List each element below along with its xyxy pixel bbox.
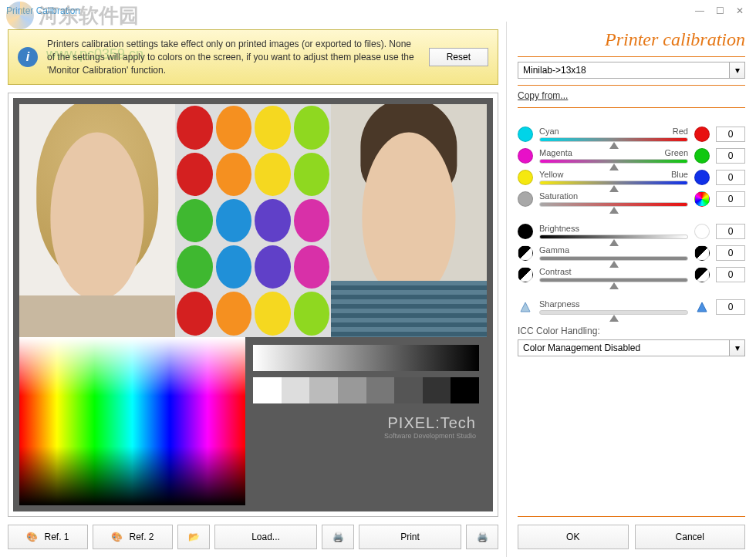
slider-left-icon [518,127,533,142]
slider-track[interactable] [539,256,688,261]
grayscale-gradient [253,345,479,371]
preview-area: PIXEL:Tech Software Development Studio [8,93,498,517]
slider-cyan: CyanRed0 [518,127,745,142]
slider-label-right: Red [673,127,688,136]
chevron-down-icon: ▾ [735,65,740,76]
printer-icon-button[interactable]: 🖨️ [322,525,354,549]
svg-marker-0 [521,302,530,312]
slider-left-icon [518,267,533,282]
slider-label-left: Cyan [539,127,559,136]
slider-track[interactable] [539,235,688,239]
slider-right-icon [694,224,710,239]
slider-value[interactable]: 0 [716,148,745,164]
slider-value[interactable]: 0 [716,299,745,315]
slider-track[interactable] [539,310,688,315]
slider-left-icon [518,191,533,207]
icc-select[interactable]: Color Management Disabled [518,339,730,356]
close-button[interactable]: ✕ [730,3,750,19]
window-title: Printer Calibration [6,5,80,16]
slider-label-left: Contrast [539,267,572,276]
slider-right-icon [694,170,710,185]
svg-marker-1 [697,302,707,312]
slider-sharpness: Sharpness0 [518,299,745,315]
slider-label-left: Brightness [539,224,579,233]
slider-value[interactable]: 0 [716,224,745,239]
info-icon: i [18,47,38,67]
slider-contrast: Contrast0 [518,267,745,282]
copy-from-link[interactable]: Copy from... [518,90,745,101]
sample-photo-man [331,104,487,336]
ok-button[interactable]: OK [518,525,629,549]
slider-saturation: Saturation0 [518,191,745,207]
slider-value[interactable]: 0 [716,170,745,185]
slider-label-right: Green [664,148,688,157]
chevron-down-icon: ▾ [735,343,740,353]
slider-right-icon [694,191,710,207]
slider-gamma: Gamma0 [518,245,745,261]
maximize-button[interactable]: ☐ [710,3,730,19]
load-folder-button[interactable]: 📂 [177,525,210,549]
slider-left-icon [518,224,533,239]
print-button[interactable]: Print [359,525,461,549]
panel-title: Printer calibration [518,29,745,50]
slider-left-icon [518,299,533,315]
slider-right-icon [694,148,710,164]
profile-dropdown-button[interactable]: ▾ [730,62,745,79]
printer-icon: 🖨️ [332,532,344,542]
slider-right-icon [694,299,710,315]
slider-left-icon [518,148,533,164]
slider-left-icon [518,245,533,261]
print-settings-button[interactable]: 🖨️ [466,525,498,549]
slider-right-icon [694,267,710,282]
minimize-button[interactable]: — [690,3,710,19]
slider-label-right: Blue [671,170,688,179]
ref2-button[interactable]: 🎨 Ref. 2 [93,525,173,549]
info-text: Printers calibration settings take effec… [47,38,420,76]
icc-dropdown-button[interactable]: ▾ [730,339,745,356]
slider-label-left: Gamma [539,245,569,255]
slider-track[interactable] [539,181,688,185]
slider-magenta: MagentaGreen0 [518,148,745,164]
ref1-button[interactable]: 🎨 Ref. 1 [8,525,88,549]
folder-icon: 📂 [188,532,200,542]
cancel-button[interactable]: Cancel [635,525,746,549]
slider-right-icon [694,245,710,261]
slider-label-left: Sharpness [539,299,580,309]
info-banner: i Printers calibration settings take eff… [8,29,498,85]
palette-icon: 🎨 [111,532,123,542]
slider-left-icon [518,170,533,185]
slider-track[interactable] [539,278,688,282]
slider-value[interactable]: 0 [716,127,745,142]
load-button[interactable]: Load... [214,525,317,549]
reset-button[interactable]: Reset [429,48,488,66]
slider-label-left: Magenta [539,148,572,157]
printer-gear-icon: 🖨️ [477,532,488,542]
sample-photo-cupcakes [175,104,331,336]
slider-track[interactable] [539,202,688,207]
profile-input[interactable] [518,62,730,79]
sample-photo-woman [19,104,175,336]
slider-track[interactable] [539,137,688,142]
slider-right-icon [694,127,710,142]
palette-icon: 🎨 [26,532,38,542]
slider-track[interactable] [539,159,688,164]
slider-value[interactable]: 0 [716,267,745,282]
color-spectrum [19,337,245,505]
icc-label: ICC Color Handling: [518,326,745,336]
slider-yellow: YellowBlue0 [518,170,745,185]
slider-value[interactable]: 0 [716,191,745,207]
slider-value[interactable]: 0 [716,245,745,261]
slider-label-left: Saturation [539,191,578,201]
grayscale-steps [253,377,479,403]
brand-label: PIXEL:Tech Software Development Studio [253,410,479,440]
slider-brightness: Brightness0 [518,224,745,239]
slider-label-left: Yellow [539,170,563,179]
